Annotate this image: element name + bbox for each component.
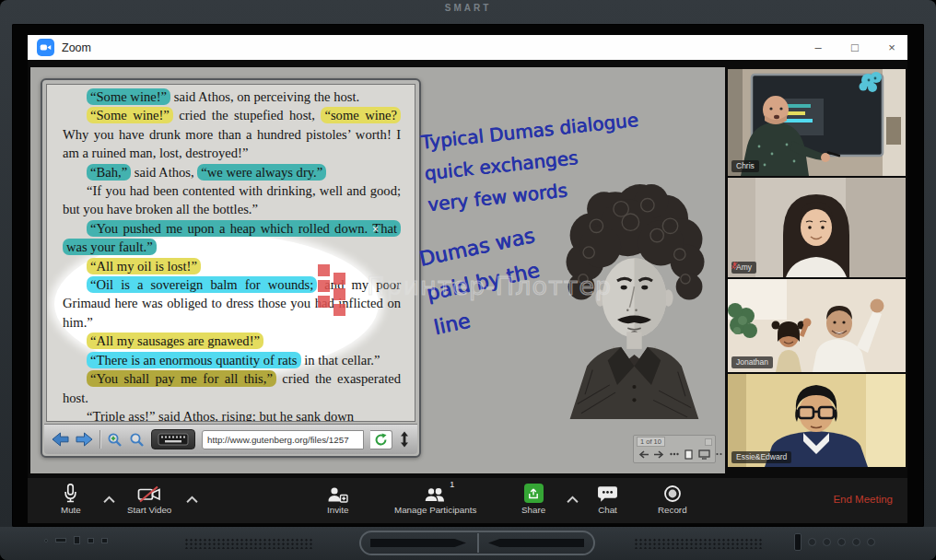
minimize-button[interactable]: – bbox=[812, 41, 825, 54]
participant-tile-essie-edward[interactable]: Essie&Edward bbox=[728, 374, 906, 467]
toolbar-divider bbox=[99, 430, 100, 449]
port-cluster bbox=[44, 536, 108, 544]
highlighted-text: “You pushed me upon a heap which rolled … bbox=[63, 220, 401, 255]
url-field[interactable]: http://www.gutenberg.org/files/1257 bbox=[202, 430, 364, 449]
speaker-grille-right bbox=[634, 538, 763, 549]
highlighted-text: “Some wine!” bbox=[87, 88, 170, 105]
board-frame: SMART Zoom – □ × bbox=[0, 0, 936, 560]
participants-icon bbox=[423, 486, 448, 503]
participant-name: Essie&Edward bbox=[736, 452, 787, 462]
document-text-segment: Why you have drunk more than a hundred p… bbox=[63, 127, 401, 160]
mute-button[interactable]: Mute bbox=[61, 483, 81, 515]
display-button[interactable] bbox=[698, 449, 710, 460]
participant-name-label: Essie&Edward bbox=[731, 451, 791, 463]
video-options-chevron[interactable] bbox=[186, 491, 198, 508]
meeting-content: × “Some wine!” said Athos, on perceiving… bbox=[28, 60, 907, 478]
highlighted-text: “we were always dry.” bbox=[197, 164, 326, 181]
document-page: × “Some wine!” said Athos, on perceiving… bbox=[46, 84, 415, 422]
resize-handle[interactable] bbox=[399, 431, 410, 448]
page-icon bbox=[684, 449, 693, 460]
share-icon bbox=[524, 484, 544, 503]
window-title: Zoom bbox=[62, 41, 91, 54]
participant-tile-jonathan[interactable]: Jonathan bbox=[728, 279, 906, 372]
pen-tray bbox=[359, 531, 595, 555]
document-text-segment: “If you had been contented with drinking… bbox=[63, 183, 401, 216]
chat-icon bbox=[597, 485, 618, 503]
page-view-button[interactable] bbox=[684, 449, 693, 460]
chevron-up-icon bbox=[186, 496, 198, 504]
highlighted-text: “some wine? bbox=[321, 107, 401, 123]
pen-right bbox=[488, 539, 584, 547]
mute-options-chevron[interactable] bbox=[103, 491, 115, 508]
title-bar: Zoom – □ × bbox=[28, 35, 907, 60]
page-nav-label: 1 of 10 bbox=[637, 437, 665, 447]
highlighted-text: “Bah,” bbox=[87, 164, 131, 181]
zoom-window: Zoom – □ × × bbox=[28, 35, 907, 523]
maximize-button[interactable]: □ bbox=[848, 41, 861, 54]
handwritten-note-2: Dumas was paid by the line bbox=[416, 218, 553, 345]
zoom-out-button[interactable] bbox=[129, 432, 145, 448]
meeting-toolbar: Mute Start Video Invite bbox=[28, 478, 907, 523]
page-nav-thumbnail[interactable] bbox=[705, 438, 712, 446]
chat-button[interactable]: Chat bbox=[597, 483, 618, 515]
participant-name-label: Amy bbox=[731, 262, 756, 274]
chevron-up-icon bbox=[567, 496, 579, 504]
chat-label: Chat bbox=[598, 505, 617, 515]
participant-tile-amy[interactable]: Amy bbox=[728, 178, 906, 277]
participant-name: Chris bbox=[736, 161, 755, 171]
next-page-button[interactable] bbox=[654, 450, 664, 459]
highlighted-text: “Some wine!” bbox=[87, 107, 173, 123]
participant-name-label: Chris bbox=[731, 160, 759, 172]
magnifier-plus-icon bbox=[107, 432, 123, 448]
document-text-segment: said Athos, bbox=[131, 165, 197, 180]
document-text-segment: “Triple ass!” said Athos, rising; but he… bbox=[87, 409, 354, 422]
control-buttons bbox=[794, 533, 875, 551]
start-video-label: Start Video bbox=[127, 505, 171, 515]
record-button[interactable]: Record bbox=[658, 483, 687, 515]
whiteboard: × “Some wine!” said Athos, on perceiving… bbox=[30, 67, 725, 473]
more-pages-button[interactable] bbox=[670, 452, 679, 456]
invite-icon bbox=[327, 486, 348, 503]
document-text-segment: in that cellar.” bbox=[301, 353, 380, 368]
participant-name-label: Jonathan bbox=[731, 356, 773, 368]
back-button[interactable] bbox=[52, 432, 69, 447]
close-button[interactable]: × bbox=[885, 41, 898, 54]
more-tools-button[interactable] bbox=[716, 452, 722, 456]
keyboard-icon bbox=[158, 433, 189, 446]
spotlight-close-icon[interactable]: × bbox=[372, 223, 379, 236]
forward-button[interactable] bbox=[76, 432, 93, 447]
manage-participants-label: Manage Participants bbox=[394, 505, 476, 515]
microphone-icon bbox=[64, 484, 77, 503]
participants-count-badge: 1 bbox=[450, 480, 454, 489]
prev-page-button[interactable] bbox=[638, 450, 649, 459]
page-nav-toolbar: 1 of 10 bbox=[633, 435, 716, 463]
refresh-button[interactable] bbox=[370, 430, 392, 449]
mute-label: Mute bbox=[61, 505, 81, 515]
share-button[interactable]: Share bbox=[521, 483, 545, 515]
browser-toolbar: http://www.gutenberg.org/files/1257 bbox=[44, 424, 417, 454]
keyboard-button[interactable] bbox=[151, 429, 195, 449]
refresh-icon bbox=[374, 433, 388, 447]
vertical-resize-icon bbox=[399, 431, 410, 448]
highlighted-text: “All my oil is lost!” bbox=[87, 258, 201, 274]
share-options-chevron[interactable] bbox=[567, 491, 579, 508]
invite-button[interactable]: Invite bbox=[327, 483, 348, 515]
record-icon bbox=[663, 484, 682, 503]
document-text-segment: cried the stupefied host, bbox=[173, 108, 322, 122]
speaker-grille-left bbox=[184, 538, 313, 549]
zoom-in-button[interactable] bbox=[107, 432, 123, 448]
start-video-button[interactable]: Start Video bbox=[127, 483, 171, 515]
document-text: “Some wine!” said Athos, on perceiving t… bbox=[63, 88, 401, 422]
participant-tile-chris[interactable]: Chris bbox=[728, 69, 906, 176]
highlighted-text: “You shall pay me for all this,” bbox=[87, 370, 276, 387]
display-icon bbox=[698, 449, 710, 460]
dumas-sketch bbox=[537, 181, 725, 422]
highlighted-text: “Oil is a sovereign balm for wounds; bbox=[87, 276, 317, 293]
highlighted-text: “There is an enormous quantity of rats bbox=[87, 352, 301, 368]
left-arrow-icon bbox=[638, 450, 649, 459]
manage-participants-button[interactable]: 1 Manage Participants bbox=[394, 483, 476, 515]
end-meeting-button[interactable]: End Meeting bbox=[833, 494, 893, 505]
forward-arrow-icon bbox=[76, 432, 93, 447]
participant-name: Jonathan bbox=[736, 357, 768, 368]
screen: Zoom – □ × × bbox=[12, 24, 924, 527]
